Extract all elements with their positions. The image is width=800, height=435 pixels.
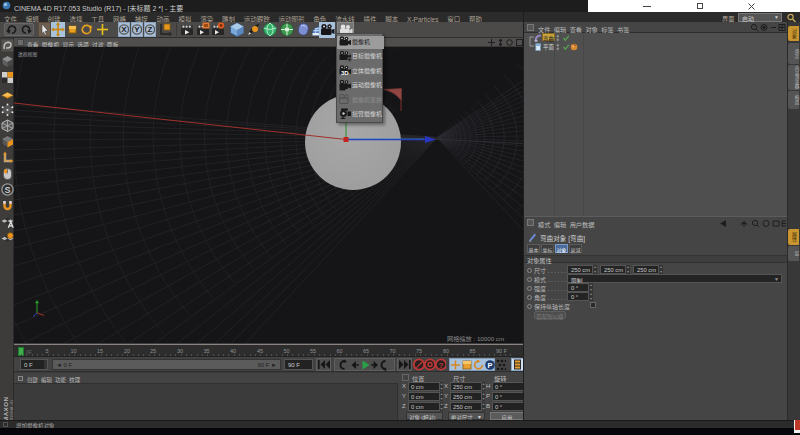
svg-text:S: S bbox=[4, 185, 10, 195]
svg-text:?: ? bbox=[439, 361, 444, 370]
svg-text:P: P bbox=[487, 360, 492, 369]
svg-text:Y: Y bbox=[134, 25, 140, 34]
svg-text:X: X bbox=[121, 25, 127, 34]
svg-text:CINEMA 4D: CINEMA 4D bbox=[9, 400, 14, 422]
svg-text:3D: 3D bbox=[341, 70, 349, 76]
svg-text:Z: Z bbox=[148, 25, 153, 34]
svg-text:MAXON: MAXON bbox=[2, 396, 9, 422]
